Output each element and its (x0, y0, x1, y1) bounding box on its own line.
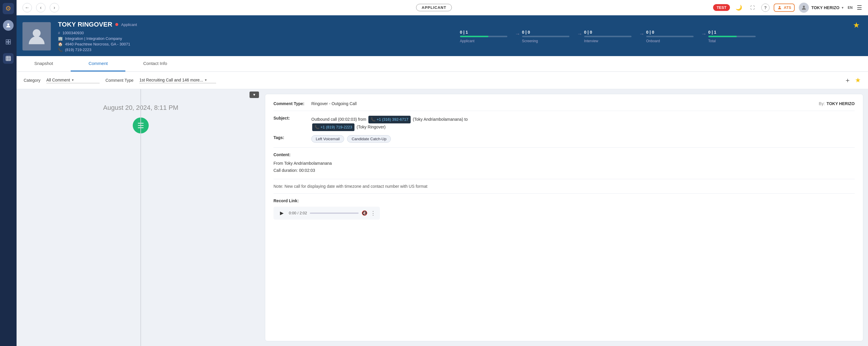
sidebar-item-avatar[interactable] (3, 20, 13, 31)
company-icon: 🏢 (58, 36, 63, 41)
comment-type-label: Comment Type (105, 78, 134, 83)
applicant-badge: APPLICANT (416, 4, 452, 11)
profile-info: TOKY RINGOVER Applicant # 1000340930 🏢 I… (58, 21, 444, 52)
user-chevron-icon: ▾ (842, 6, 843, 10)
user-name: TOKY HERIZO (811, 5, 839, 10)
comment-type-chevron-icon: ▾ (205, 78, 207, 82)
lang-label: EN (847, 6, 852, 10)
tab-contact-info[interactable]: Contact Info (125, 56, 185, 71)
profile-status: Applicant (121, 23, 137, 27)
stage-interview-label: Interview (584, 39, 598, 43)
comment-card-header: Comment Type: Ringover - Outgoing Call B… (274, 101, 855, 106)
logo-icon: ⚙ (5, 5, 11, 12)
comment-card-inner: Comment Type: Ringover - Outgoing Call B… (265, 94, 863, 227)
sidebar: ⚙ (0, 0, 17, 346)
svg-point-11 (803, 6, 805, 8)
sidebar-item-dashboard[interactable] (3, 37, 13, 47)
nav-left: ← ‹ › (23, 3, 59, 12)
id-icon: # (58, 31, 60, 35)
phone-badge-1: 📞 +1 (316) 392-6717 (368, 116, 411, 124)
stage-total-label: Total (708, 39, 716, 43)
tag-candidate-catchup: Candidate Catch-Up (347, 135, 391, 143)
star-filter-icon[interactable]: ★ (855, 76, 861, 84)
next-button[interactable]: › (50, 3, 59, 12)
arrow-4: → (701, 31, 707, 42)
comment-card: Comment Type: Ringover - Outgoing Call B… (265, 94, 863, 341)
timeline-side: ▼ August 20, 2024, 8:11 PM (17, 89, 265, 346)
divider-2 (274, 147, 855, 148)
svg-point-10 (779, 6, 780, 7)
prev-button[interactable]: ‹ (36, 3, 45, 12)
content-from: From Toky Andriambolamanana (274, 160, 855, 167)
address-icon: 🏠 (58, 42, 63, 46)
play-button[interactable]: ▶ (278, 209, 286, 217)
profile-avatar (23, 22, 51, 50)
phone1-number: +1 (316) 392-6717 (377, 116, 408, 123)
subject-prefix: Outbound call (00:02:03) from (311, 117, 366, 122)
add-button[interactable]: ＋ (844, 76, 851, 85)
category-chevron-icon: ▾ (72, 78, 73, 82)
hamburger-icon[interactable]: ☰ (857, 4, 862, 11)
timeline-scroll-button[interactable]: ▼ (250, 92, 259, 98)
stage-applicant-score: 0 | 1 (460, 30, 468, 35)
tab-snapshot[interactable]: Snapshot (17, 56, 71, 71)
tags-container: Left Voicemail Candidate Catch-Up (311, 135, 393, 143)
stage-screening-score: 0 | 0 (522, 30, 530, 35)
profile-address: 4940 Peachtree Norcross, GA - 30071 (65, 42, 130, 46)
pipeline-stages: 0 | 1 Applicant → 0 | 0 Screening → 0 | … (460, 30, 846, 43)
stage-interview: 0 | 0 Interview (584, 30, 638, 43)
stage-onboard: 0 | 0 Onboard (646, 30, 700, 43)
filters-row: Category All Comment ▾ Comment Type 1st … (17, 72, 868, 89)
nav-right: TEST 🌙 ⛶ ? ATS TOKY HERIZO ▾ EN ☰ (713, 3, 862, 13)
svg-rect-1 (6, 40, 8, 42)
moon-icon[interactable]: 🌙 (734, 3, 744, 12)
by-label: By: (819, 101, 825, 106)
comment-by-row: By: TOKY HERIZO (819, 101, 855, 106)
content-area: ▼ August 20, 2024, 8:11 PM Comment Type:… (17, 89, 868, 346)
stage-applicant-fill (460, 36, 488, 37)
filters-right: ＋ ★ (844, 76, 861, 85)
timeline-line (141, 89, 141, 346)
stage-interview-score: 0 | 0 (584, 30, 592, 35)
category-value: All Comment (46, 78, 70, 82)
profile-company-row: 🏢 Integration | Integration Company (58, 36, 444, 41)
profile-meta: # 1000340930 🏢 Integration | Integration… (58, 31, 444, 52)
stage-interview-bar (584, 36, 631, 37)
star-button[interactable]: ★ (853, 21, 860, 30)
content-label: Content: (274, 152, 855, 157)
profile-name: TOKY RINGOVER (58, 21, 112, 28)
svg-rect-4 (8, 42, 11, 44)
help-icon[interactable]: ? (761, 4, 770, 12)
profile-name-row: TOKY RINGOVER Applicant (58, 21, 444, 28)
stage-total-bar (708, 36, 756, 37)
comment-type-select[interactable]: 1st Recruiting Call and 146 more... ▾ (139, 78, 216, 83)
sidebar-item-grid[interactable] (3, 53, 13, 64)
record-link-section: Record Link: ▶ 0:00 / 2:02 🔇 ⋮ (274, 198, 855, 220)
svg-point-0 (7, 23, 9, 25)
fullscreen-icon[interactable]: ⛶ (748, 3, 757, 12)
category-select[interactable]: All Comment ▾ (46, 78, 100, 83)
stage-applicant-bar (460, 36, 507, 37)
stage-screening-label: Screening (522, 39, 538, 43)
tab-comment[interactable]: Comment (71, 56, 125, 71)
phone1-name: (Toky Andriambolamanana) to (413, 117, 468, 122)
audio-progress-bar[interactable] (310, 213, 359, 214)
stage-screening-bar (522, 36, 569, 37)
back-button[interactable]: ← (23, 3, 32, 12)
profile-company: Integration | Integration Company (65, 36, 122, 41)
audio-menu-icon[interactable]: ⋮ (370, 210, 376, 216)
mute-icon[interactable]: 🔇 (362, 210, 368, 216)
profile-address-row: 🏠 4940 Peachtree Norcross, GA - 30071 (58, 42, 444, 46)
ats-button[interactable]: ATS (774, 4, 795, 12)
phone2-name: (Toky Ringover) (356, 125, 385, 129)
tags-label: Tags: (274, 135, 309, 140)
svg-point-12 (33, 29, 41, 37)
top-nav: ← ‹ › APPLICANT TEST 🌙 ⛶ ? ATS TOKY HERI… (17, 0, 868, 15)
svg-rect-5 (6, 57, 11, 61)
sidebar-logo[interactable]: ⚙ (3, 3, 14, 14)
arrow-2: → (577, 31, 582, 42)
user-info[interactable]: TOKY HERIZO ▾ (799, 3, 843, 13)
phone1-icon: 📞 (371, 116, 375, 123)
tag-left-voicemail: Left Voicemail (311, 135, 344, 143)
content-section: Content: From Toky Andriambolamanana Cal… (274, 152, 855, 174)
